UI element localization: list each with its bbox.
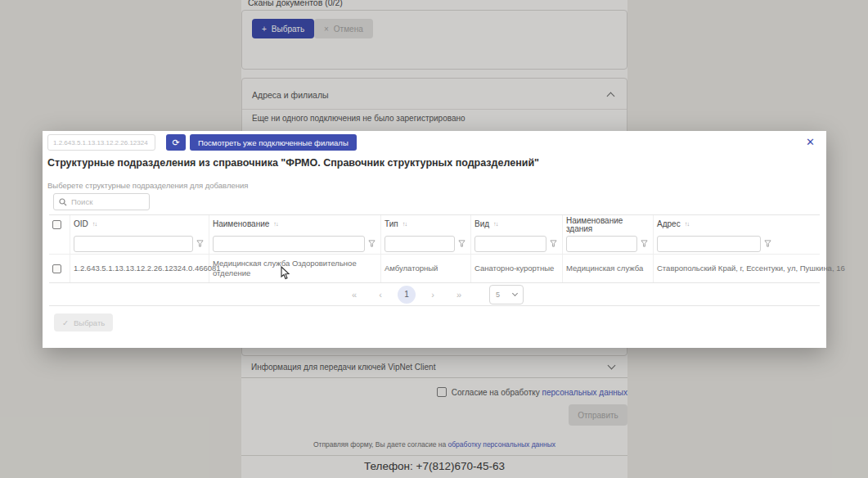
sort-icon[interactable]: ↑↓ xyxy=(685,220,690,228)
table-header-row: OID ↑↓ Наименование ↑↓ Тип ↑↓ Вид ↑↓ Наи… xyxy=(49,215,820,233)
units-table: OID ↑↓ Наименование ↑↓ Тип ↑↓ Вид ↑↓ Наи… xyxy=(49,214,820,306)
column-label: Тип xyxy=(385,220,398,228)
filter-spacer xyxy=(49,233,70,254)
column-header-name[interactable]: Наименование ↑↓ xyxy=(209,215,381,233)
column-header-kind[interactable]: Вид ↑↓ xyxy=(471,215,563,233)
close-icon: ✕ xyxy=(806,136,815,148)
modal-choose-button[interactable]: ✓ Выбрать xyxy=(54,313,113,331)
search-icon xyxy=(59,198,67,206)
header-checkbox-cell xyxy=(49,215,70,233)
filter-cell-address xyxy=(654,233,776,254)
column-header-address[interactable]: Адрес ↑↓ xyxy=(654,215,694,233)
filter-icon[interactable] xyxy=(764,240,771,247)
modal-choose-label: Выбрать xyxy=(74,318,105,327)
filter-input-kind[interactable] xyxy=(474,236,546,252)
structural-units-modal: ⟳ Посмотреть уже подключенные филиалы ✕ … xyxy=(43,131,826,348)
filter-cell-type xyxy=(381,233,471,254)
filter-icon[interactable] xyxy=(196,240,204,247)
filter-icon[interactable] xyxy=(550,240,557,247)
view-branches-button[interactable]: Посмотреть уже подключенные филиалы xyxy=(190,134,357,151)
column-header-oid[interactable]: OID ↑↓ xyxy=(70,215,209,233)
oid-input[interactable] xyxy=(47,134,155,151)
page-size-select[interactable]: 5 xyxy=(489,285,524,304)
modal-subtitle: Выберете структурные подразделения для д… xyxy=(47,181,248,190)
filter-input-type[interactable] xyxy=(385,236,455,252)
cell-kind: Санаторно-курортные xyxy=(471,255,563,282)
filter-icon[interactable] xyxy=(368,240,376,247)
select-all-checkbox[interactable] xyxy=(52,220,61,229)
filter-cell-oid xyxy=(70,233,209,254)
table-filter-row xyxy=(49,233,820,255)
mouse-cursor xyxy=(281,266,291,280)
filter-input-building[interactable] xyxy=(566,236,637,252)
sort-icon[interactable]: ↑↓ xyxy=(403,220,407,228)
row-checkbox[interactable] xyxy=(52,264,61,273)
column-label: Наименование xyxy=(213,220,269,228)
row-checkbox-cell xyxy=(49,255,70,282)
filter-input-address[interactable] xyxy=(657,236,761,252)
column-label: Адрес xyxy=(657,220,681,228)
modal-title: Структурные подразделения из справочника… xyxy=(47,157,539,169)
cell-oid: 1.2.643.5.1.13.13.12.2.26.12324.0.466081 xyxy=(70,255,209,282)
sort-icon[interactable]: ↑↓ xyxy=(273,220,278,228)
filter-icon[interactable] xyxy=(458,240,465,247)
refresh-button[interactable]: ⟳ xyxy=(166,134,186,151)
column-header-type[interactable]: Тип ↑↓ xyxy=(381,215,471,233)
pagination-first-button[interactable]: « xyxy=(345,290,363,300)
cell-name: Медицинская служба Оздоровительное отдел… xyxy=(209,255,381,282)
pagination-current-page[interactable]: 1 xyxy=(398,286,416,304)
pagination-last-button[interactable]: » xyxy=(450,290,468,300)
pagination-next-button[interactable]: › xyxy=(424,290,442,300)
column-header-building[interactable]: Наименование здания ↑↓ xyxy=(563,215,654,233)
cell-type: Амбулаторный xyxy=(381,255,471,282)
cell-address: Ставропольский Край, г, Ессентуки, ул, П… xyxy=(654,255,850,282)
filter-cell-name xyxy=(209,233,381,254)
sort-icon[interactable]: ↑↓ xyxy=(493,220,498,228)
chevron-down-icon xyxy=(512,290,518,295)
column-label: Вид xyxy=(474,220,489,228)
search-input[interactable] xyxy=(71,197,137,206)
pagination: « ‹ 1 › » 5 xyxy=(49,283,820,306)
column-label: Наименование здания xyxy=(566,217,648,233)
column-label: OID xyxy=(74,220,88,228)
filter-input-name[interactable] xyxy=(213,236,365,252)
modal-close-button[interactable]: ✕ xyxy=(806,136,815,148)
refresh-icon: ⟳ xyxy=(172,138,179,148)
table-row[interactable]: 1.2.643.5.1.13.13.12.2.26.12324.0.466081… xyxy=(49,255,820,283)
pagination-prev-button[interactable]: ‹ xyxy=(371,290,389,300)
cell-building: Медицинская служба xyxy=(563,255,654,282)
filter-cell-kind xyxy=(471,233,563,254)
search-box xyxy=(53,193,150,210)
filter-icon[interactable] xyxy=(641,240,648,247)
sort-icon[interactable]: ↑↓ xyxy=(92,220,97,228)
check-icon: ✓ xyxy=(62,318,69,327)
filter-input-oid[interactable] xyxy=(74,236,193,252)
filter-cell-building xyxy=(563,233,654,254)
page-size-value: 5 xyxy=(496,291,500,299)
